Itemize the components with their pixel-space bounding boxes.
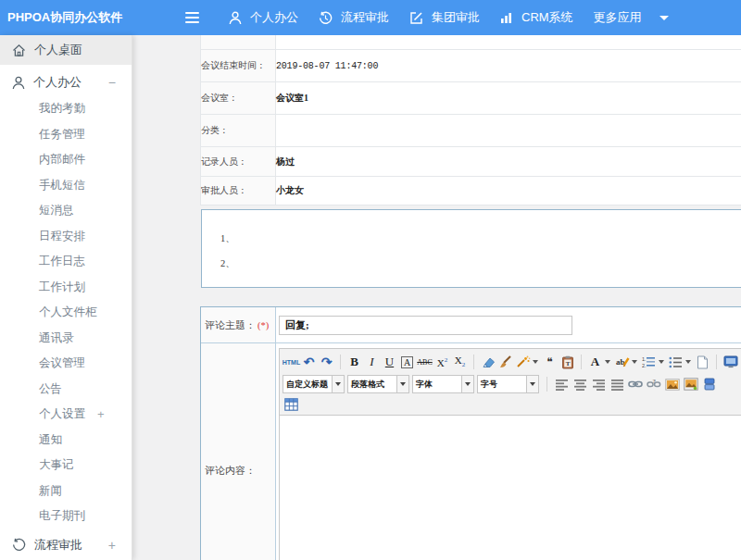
sidebar-group-personal-office[interactable]: 个人办公 − [0,68,132,96]
meeting-content-line: 1、 [220,226,741,251]
align-justify-icon[interactable] [608,375,626,394]
sidebar-submenu: 我的考勤 任务管理 内部邮件 手机短信 短消息 日程安排 工作日志 工作计划 个… [0,96,132,529]
app-logo: PHPOA协同办公软件 [7,0,122,35]
nav-personal-office[interactable]: 个人办公 [229,9,298,26]
sidebar-item-contacts[interactable]: 通讯录 [0,326,132,352]
main-content: 会议结束时间： 2019-08-07 11:47:00 会议室： 会议室1 分类… [132,35,741,560]
hamburger-menu-icon[interactable] [185,12,199,23]
media-icon[interactable] [682,375,700,394]
nav-workflow-approval[interactable]: 流程审批 [319,9,389,26]
sidebar-item-news[interactable]: 新闻 [0,479,132,504]
sidebar-item-short-message[interactable]: 短消息 [0,198,132,224]
sidebar-item-announcement[interactable]: 公告 [0,377,132,403]
caret-down-icon[interactable] [461,376,473,392]
editor-select-0[interactable]: 自定义标题 [283,375,345,393]
unordered-list-icon[interactable] [667,353,684,372]
align-center-icon[interactable] [571,375,589,394]
comment-subject-input[interactable] [279,316,572,335]
user-icon [12,76,25,90]
sidebar-item-attendance[interactable]: 我的考勤 [0,96,132,122]
sidebar-item-work-diary[interactable]: 工作日志 [0,249,132,275]
table-row: 记录人员： 杨过 [201,147,741,177]
file-manager-icon[interactable] [700,375,719,394]
eraser-icon[interactable] [479,353,496,372]
editor-select-3[interactable]: 字号 [477,375,539,393]
undo-icon[interactable]: ↶ [300,353,318,372]
editor-content-area[interactable] [280,416,741,560]
caret-down-icon[interactable] [396,376,408,392]
sidebar-group-workflow-approval[interactable]: 流程审批 + [0,531,132,559]
sidebar-item-personal-desktop[interactable]: 个人桌面 [0,35,132,65]
sidebar-item-task-management[interactable]: 任务管理 [0,122,132,148]
nav-more-apps[interactable]: 更多应用 [594,9,669,26]
meeting-content-box: 1、 2、 [201,209,741,288]
font-box-icon[interactable]: A [398,353,416,372]
sidebar-item-internal-mail[interactable]: 内部邮件 [0,147,132,173]
paintbrush-icon[interactable] [496,353,514,372]
paste-word-icon[interactable]: T [559,353,576,372]
comment-content-row: 评论内容： HTML↶↷BIUAABCX2X2❝TAab1.2. 自定义标题段落… [201,343,741,560]
subscript-icon[interactable]: X2 [451,353,469,372]
caret-down-icon[interactable] [685,360,691,364]
unlink-icon[interactable]: ? [645,375,663,394]
image-icon[interactable] [663,375,682,394]
hilite-color-icon[interactable]: ab [613,353,631,372]
editor-select-1[interactable]: 段落格式 [347,375,409,393]
sidebar-item-meeting-management[interactable]: 会议管理 [0,351,132,377]
table-row [201,35,741,50]
underline-icon[interactable]: U [381,353,398,372]
bold-icon[interactable]: B [345,353,363,372]
strikethrough-icon[interactable]: ABC [416,353,433,372]
sidebar-item-file-cabinet[interactable]: 个人文件柜 [0,300,132,326]
sidebar-item-personal-settings[interactable]: 个人设置+ [0,402,132,428]
top-bar: PHPOA协同办公软件 个人办公 流程审批 集团审批 CRM系统 [0,0,741,35]
comment-form: 评论主题： (*) 评论内容： HTML↶↷BIUAABCX2X2❝TAab1.… [200,306,741,560]
history-icon [319,11,333,25]
align-left-icon[interactable] [552,375,571,394]
superscript-icon[interactable]: X2 [433,353,451,372]
top-nav: 个人办公 流程审批 集团审批 CRM系统 更多应用 [229,0,669,35]
ordered-list-icon[interactable]: 1.2. [640,353,658,372]
fore-color-icon[interactable]: A [586,353,604,372]
collapse-icon[interactable]: − [108,75,116,90]
blockquote-icon[interactable]: ❝ [541,353,559,372]
toolbar-separator [546,377,547,392]
sidebar-item-e-journal[interactable]: 电子期刊 [0,504,132,529]
nav-crm-system[interactable]: CRM系统 [500,9,573,26]
user-icon [229,11,242,25]
comment-content-label: 评论内容： [201,343,276,560]
chart-icon [500,11,513,24]
sidebar-item-notification[interactable]: 通知 [0,428,132,454]
caret-down-icon[interactable] [332,376,344,392]
sidebar-item-memorabilia[interactable]: 大事记 [0,453,132,479]
fullscreen-icon[interactable] [722,353,739,372]
nav-group-approval[interactable]: 集团审批 [409,9,480,26]
quick-format-icon[interactable] [514,353,532,372]
italic-icon[interactable]: I [363,353,381,372]
align-right-icon[interactable] [589,375,608,394]
caret-down-icon[interactable] [533,360,538,364]
new-page-icon[interactable] [694,353,711,372]
caret-down-icon[interactable] [659,360,664,364]
caret-down-icon[interactable] [526,376,538,392]
caret-down-icon[interactable] [605,360,610,364]
table-row: 会议室： 会议室1 [201,82,741,115]
caret-down-icon[interactable] [632,360,637,364]
sidebar-item-sms[interactable]: 手机短信 [0,173,132,199]
expand-icon[interactable]: + [97,407,105,421]
editor-select-2[interactable]: 字体 [412,375,474,393]
html-source-icon[interactable]: HTML [283,353,300,372]
sidebar-item-work-plan[interactable]: 工作计划 [0,275,132,301]
table-grid-icon[interactable] [283,394,300,414]
sidebar-item-schedule[interactable]: 日程安排 [0,224,132,250]
toolbar-separator [581,355,582,369]
toolbar-separator [340,355,341,369]
svg-text:2.: 2. [642,363,647,368]
expand-icon[interactable]: + [108,538,116,553]
link-icon[interactable] [626,375,645,394]
redo-icon[interactable]: ↷ [318,353,335,372]
caret-down-icon [659,16,669,20]
comment-subject-row: 评论主题： (*) [201,307,741,343]
comment-subject-label: 评论主题： [205,318,256,332]
toolbar-separator [473,355,474,369]
